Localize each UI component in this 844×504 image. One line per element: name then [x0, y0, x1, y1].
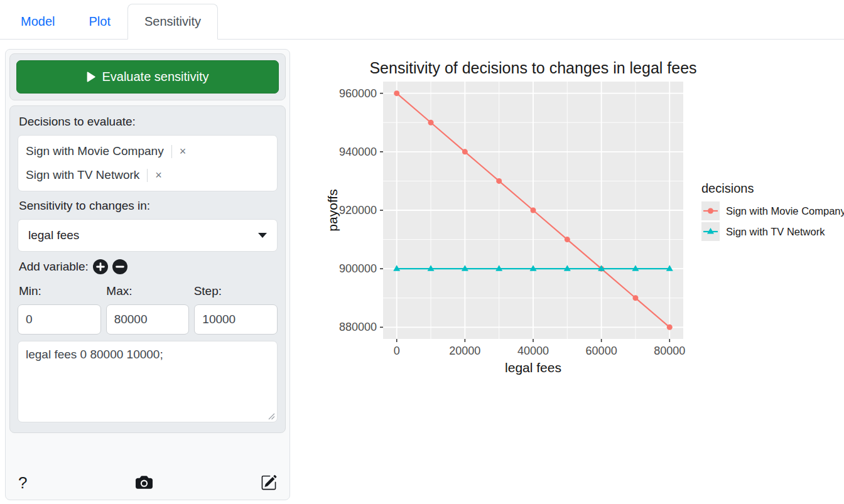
- plus-circle-icon: [93, 259, 108, 274]
- decision-tag-remove-button[interactable]: ×: [147, 169, 162, 182]
- tab-bar: Model Plot Sensitivity: [0, 0, 844, 40]
- decision-tag-remove-button[interactable]: ×: [171, 145, 187, 158]
- add-variable-minus-button[interactable]: [112, 259, 127, 274]
- sensitivity-to-label: Sensitivity to changes in:: [19, 199, 276, 213]
- step-input[interactable]: [194, 304, 278, 335]
- legend-label: Sign with TV Network: [726, 226, 825, 237]
- decision-tag: Sign with Movie Company ×: [26, 139, 269, 163]
- y-axis-title: payoffs: [327, 189, 340, 231]
- max-input[interactable]: [106, 304, 190, 335]
- variable-select[interactable]: legal fees: [18, 219, 278, 252]
- sensitivity-plot: 0200004000060000800008800009000009200009…: [327, 55, 844, 382]
- decision-tag-label: Sign with Movie Company: [26, 144, 164, 158]
- script-area: legal fees 0 80000 10000;: [18, 341, 278, 425]
- edit-button[interactable]: [261, 475, 277, 491]
- tab-model[interactable]: Model: [4, 4, 72, 40]
- max-label: Max:: [106, 284, 188, 298]
- dash-circle-icon: [112, 259, 127, 274]
- chart-title: Sensitivity of decisions to changes in l…: [369, 59, 696, 77]
- y-tick-label: 900000: [339, 262, 377, 275]
- min-input[interactable]: [18, 304, 101, 335]
- camera-icon: [136, 474, 153, 491]
- sensitivity-chart: 0200004000060000800008800009000009200009…: [327, 55, 844, 382]
- add-variable-label: Add variable:: [19, 260, 89, 274]
- legend-title: decisions: [701, 181, 754, 195]
- data-point: [632, 295, 638, 301]
- tab-plot[interactable]: Plot: [72, 4, 127, 40]
- sidebar-footer: ?: [9, 470, 286, 496]
- decision-tag-label: Sign with TV Network: [26, 168, 139, 182]
- data-point: [565, 237, 570, 242]
- range-inputs-row: [18, 304, 278, 335]
- variable-select-value: legal fees: [28, 228, 79, 242]
- evaluate-panel: Evaluate sensitivity: [9, 53, 286, 100]
- y-tick-label: 880000: [339, 321, 377, 333]
- decisions-label: Decisions to evaluate:: [19, 115, 276, 129]
- data-point: [531, 208, 536, 213]
- x-tick-label: 0: [394, 345, 400, 357]
- script-textarea[interactable]: legal fees 0 80000 10000;: [18, 341, 278, 422]
- decision-tag: Sign with TV Network ×: [26, 163, 269, 187]
- add-variable-row: Add variable:: [19, 259, 276, 274]
- y-tick-label: 960000: [339, 87, 377, 100]
- tab-sensitivity[interactable]: Sensitivity: [127, 4, 218, 40]
- data-point: [428, 120, 434, 126]
- data-point: [667, 324, 673, 330]
- step-label: Step:: [194, 284, 276, 298]
- range-labels-row: Min: Max: Step:: [19, 284, 276, 298]
- camera-button[interactable]: [136, 474, 153, 491]
- evaluate-sensitivity-label: Evaluate sensitivity: [102, 70, 208, 84]
- y-tick-label: 940000: [339, 146, 377, 158]
- add-variable-plus-button[interactable]: [93, 259, 108, 274]
- data-point: [462, 149, 468, 154]
- y-tick-label: 920000: [339, 204, 377, 217]
- x-tick-label: 60000: [586, 345, 617, 357]
- sidebar: Evaluate sensitivity Decisions to evalua…: [5, 49, 290, 500]
- evaluate-sensitivity-button[interactable]: Evaluate sensitivity: [16, 60, 279, 94]
- app: Model Plot Sensitivity Evaluate sensitiv…: [0, 0, 844, 504]
- resize-handle[interactable]: [268, 412, 275, 420]
- decisions-multiselect[interactable]: Sign with Movie Company × Sign with TV N…: [18, 135, 278, 191]
- help-button[interactable]: ?: [18, 475, 27, 491]
- x-tick-label: 40000: [517, 345, 549, 357]
- pencil-square-icon: [261, 475, 277, 491]
- chevron-down-icon: [258, 233, 267, 238]
- data-point: [708, 208, 713, 214]
- data-point: [496, 178, 502, 184]
- data-point: [394, 90, 399, 96]
- legend-label: Sign with Movie Company: [726, 205, 844, 217]
- x-axis-title: legal fees: [505, 360, 561, 375]
- sensitivity-form-panel: Decisions to evaluate: Sign with Movie C…: [9, 105, 286, 433]
- min-label: Min:: [19, 284, 101, 298]
- play-icon: [86, 72, 95, 82]
- x-tick-label: 20000: [449, 345, 480, 357]
- x-tick-label: 80000: [654, 345, 685, 357]
